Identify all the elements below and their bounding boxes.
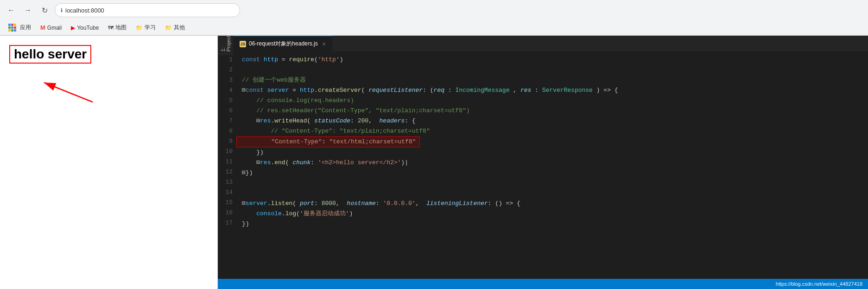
- tab-close-button[interactable]: ×: [323, 41, 326, 47]
- gmail-icon: M: [40, 24, 45, 31]
- bookmark-youtube-label: YouTube: [77, 25, 99, 31]
- browser-chrome: ← → ↻ ℹ localhost:8000 应用 M Gmail ▶ YouT…: [0, 0, 868, 36]
- js-file-icon: JS: [240, 41, 246, 47]
- annotation-arrow: [0, 36, 218, 289]
- bookmark-other[interactable]: 📁 其他: [161, 23, 189, 32]
- bookmark-apps[interactable]: 应用: [5, 23, 35, 32]
- tab-filename: 06-request对象的headers.js: [249, 40, 318, 48]
- editor-tabs: 1: Project JS 06-request对象的headers.js ×: [218, 36, 868, 52]
- maps-icon: 🗺: [108, 25, 114, 31]
- nav-bar: ← → ↻ ℹ localhost:8000: [0, 0, 868, 20]
- vscode-editor: 1: Project JS 06-request对象的headers.js × …: [218, 36, 868, 289]
- page-content: hello server: [9, 45, 91, 64]
- code-editor[interactable]: const http = require('http') // 创建一个web服…: [236, 52, 868, 279]
- bookmark-study-label: 学习: [145, 24, 156, 32]
- line-numbers: 12345 678910 1112131415 1617: [218, 52, 236, 279]
- bookmark-other-label: 其他: [174, 24, 185, 32]
- back-button[interactable]: ←: [5, 4, 18, 17]
- address-text: localhost:8000: [65, 7, 104, 14]
- svg-line-1: [44, 83, 93, 102]
- project-sidebar-label: 1: Project: [218, 36, 233, 55]
- main-area: hello server 1: Project JS 06-request对象的…: [0, 36, 868, 289]
- status-bar: https://blog.csdn.net/weixin_44827418: [218, 279, 868, 289]
- apps-grid-icon: [8, 24, 16, 32]
- editor-tab-active[interactable]: JS 06-request对象的headers.js ×: [233, 36, 333, 52]
- bookmark-maps-label: 地图: [115, 24, 127, 32]
- editor-content-area: 12345 678910 1112131415 1617 const http …: [218, 52, 868, 279]
- lock-icon: ℹ: [61, 7, 63, 13]
- status-url: https://blog.csdn.net/weixin_44827418: [776, 281, 862, 287]
- bookmark-apps-label: 应用: [20, 24, 31, 32]
- other-folder-icon: 📁: [165, 25, 172, 31]
- forward-button[interactable]: →: [21, 4, 34, 17]
- browser-page: hello server: [0, 36, 218, 289]
- bookmark-maps[interactable]: 🗺 地图: [104, 23, 130, 32]
- study-folder-icon: 📁: [136, 25, 143, 31]
- bookmark-study[interactable]: 📁 学习: [132, 23, 159, 32]
- address-bar[interactable]: ℹ localhost:8000: [55, 3, 240, 17]
- bookmarks-bar: 应用 M Gmail ▶ YouTube 🗺 地图 📁 学习 📁 其他: [0, 20, 868, 35]
- bookmark-gmail[interactable]: M Gmail: [37, 23, 65, 32]
- bookmark-gmail-label: Gmail: [47, 25, 62, 31]
- bookmark-youtube[interactable]: ▶ YouTube: [67, 24, 102, 32]
- youtube-icon: ▶: [71, 25, 75, 31]
- reload-button[interactable]: ↻: [38, 4, 51, 17]
